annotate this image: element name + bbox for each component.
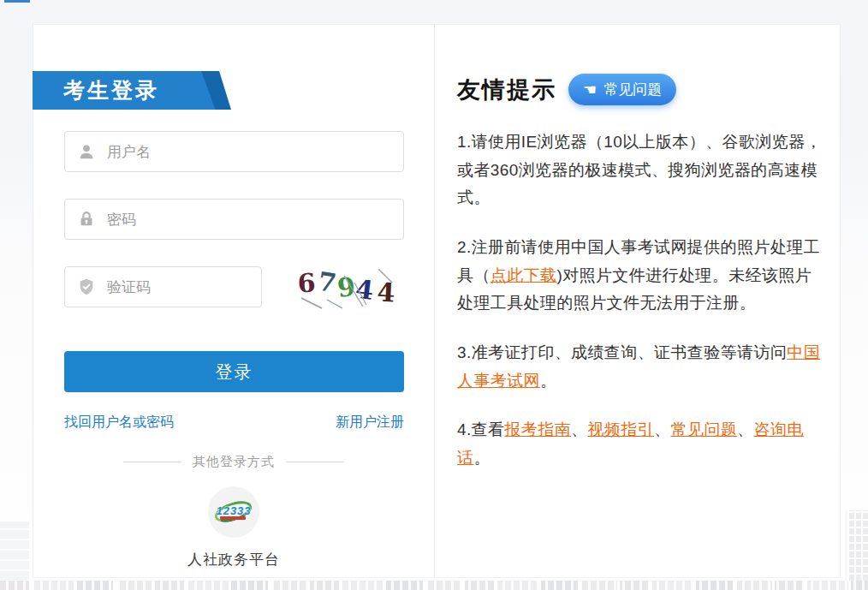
tip4-post: 。 [473,449,490,467]
other-login-divider: 其他登录方式 [64,454,403,470]
sso-12333-login[interactable]: 12333 人社政务平台 [64,486,403,569]
username-field[interactable]: 用户名 [64,131,404,172]
tip-paragraph-1: 1.请使用IE浏览器（10以上版本）、谷歌浏览器，或者360浏览器的极速模式、搜… [457,128,823,212]
logo-number-text: 12333 [208,504,259,517]
download-photo-tool-link[interactable]: 点此下载 [490,266,557,284]
password-field[interactable]: 密码 [64,199,404,240]
page-background: 考生登录 用户名 密码 [0,0,868,590]
login-button[interactable]: 登录 [64,351,404,392]
login-pane: 考生登录 用户名 密码 [33,25,435,577]
top-accent-line [4,0,30,3]
tip3-pre: 3.准考证打印、成绩查询、证书查验等请访问 [457,343,787,361]
lock-icon [77,210,96,229]
banner-title: 考生登录 [33,76,159,104]
cityscape-building-left [0,520,31,581]
other-login-label: 其他登录方式 [193,454,275,470]
captcha-digit: 9 [336,274,357,301]
banner-main-shape: 考生登录 [33,71,231,110]
logo-red-tagline [220,516,246,520]
shield-check-icon [77,277,96,296]
tips-pane: 友情提示 ☚ 常见问题 1.请使用IE浏览器（10以上版本）、谷歌浏览器，或者3… [435,25,844,577]
new-user-register-link[interactable]: 新用户注册 [336,414,404,432]
tip-paragraph-2: 2.注册前请使用中国人事考试网提供的照片处理工具（点此下载)对照片文件进行处理。… [457,234,823,318]
login-card: 考生登录 用户名 密码 [33,24,841,578]
divider-line-right [286,462,344,462]
faq-button-label: 常见问题 [603,80,662,99]
pointing-hand-icon: ☚ [583,82,597,98]
tip1-text: 1.请使用IE浏览器（10以上版本）、谷歌浏览器，或者360浏览器的极速模式、搜… [457,133,822,206]
exam-guide-link[interactable]: 报考指南 [504,420,571,438]
password-placeholder: 密码 [107,210,136,229]
sso-platform-label: 人社政务平台 [187,550,280,569]
captcha-digit: 4 [377,279,395,306]
faq-link[interactable]: 常见问题 [670,420,737,438]
captcha-digit: 6 [297,270,316,296]
forgot-credentials-link[interactable]: 找回用户名或密码 [64,414,174,432]
divider-line-left [123,462,181,462]
cityscape-windows-pattern [0,581,868,590]
tips-body: 1.请使用IE浏览器（10以上版本）、谷歌浏览器，或者360浏览器的极速模式、搜… [457,128,823,473]
cityscape-bottom-strip [0,581,868,590]
logo-12333-icon[interactable]: 12333 [208,486,259,538]
username-placeholder: 用户名 [107,142,151,162]
tip-paragraph-4: 4.查看报考指南、视频指引、常见问题、咨询电话。 [457,416,823,472]
cityscape-building-right [845,510,868,590]
captcha-placeholder: 验证码 [107,277,151,297]
tips-header: 友情提示 ☚ 常见问题 [457,74,823,105]
video-guide-link[interactable]: 视频指引 [587,420,654,438]
user-icon [77,142,96,161]
faq-button[interactable]: ☚ 常见问题 [568,74,676,105]
tip4-sep1: 、 [571,420,587,438]
captcha-row: 验证码 6 7 9 4 4 [64,264,403,310]
captcha-image[interactable]: 6 7 9 4 4 [293,264,401,310]
tip4-sep2: 、 [654,420,670,438]
captcha-digit: 4 [354,277,375,304]
tip-paragraph-3: 3.准考证打印、成绩查询、证书查验等请访问中国人事考试网。 [457,339,823,395]
candidate-login-banner: 考生登录 [33,71,231,110]
tip3-post: 。 [540,372,556,390]
tip4-pre: 4.查看 [457,420,504,438]
captcha-field[interactable]: 验证码 [64,266,262,307]
account-links-row: 找回用户名或密码 新用户注册 [64,414,404,432]
tips-title: 友情提示 [457,74,556,105]
tip4-sep3: 、 [737,420,753,438]
